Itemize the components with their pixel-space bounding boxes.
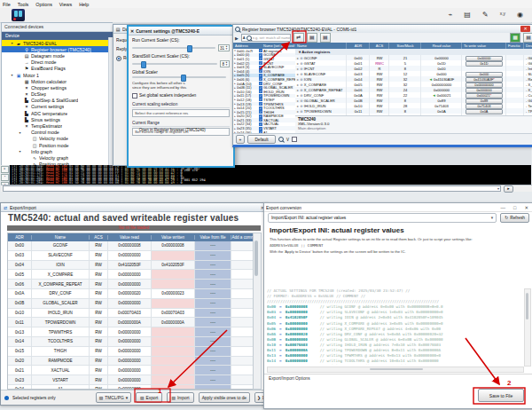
checked-checkbox-icon[interactable]: ✓ (259, 118, 262, 122)
standstill-current-slider[interactable] (132, 63, 217, 65)
tree-item-dcstep[interactable]: ×DcStep (2, 91, 113, 98)
xy-axes-icon[interactable]: x,y (500, 11, 505, 19)
app-connect-icon[interactable] (12, 9, 25, 21)
tree-item-tempestimator[interactable]: ×TempEstimator (2, 122, 113, 129)
current-settings-titlebar[interactable]: ✕ Current settings @TMC5240-E (129, 27, 233, 35)
column-header-name[interactable]: Name (32, 235, 90, 240)
spinner-arrows-icon[interactable]: ▲▼ (225, 45, 228, 50)
value-row-thigh[interactable]: 0x15THIGHRW0x00000000---- (8, 347, 255, 357)
tree-item-chopper-settings[interactable]: ×Chopper settings (2, 84, 113, 91)
default-view-combo[interactable]: Default (247, 135, 276, 144)
export-conversion-titlebar[interactable]: Export conversion — □ ✕ (264, 203, 532, 212)
value-row-ihold_irun[interactable]: 0x10IHOLD_IRUNRW0x00070A030x00070A03---- (8, 309, 255, 319)
slider-handle[interactable] (181, 75, 186, 82)
menu-tools[interactable]: Tools (18, 2, 29, 7)
checked-checkbox-icon[interactable]: ✓ (259, 90, 262, 93)
tree-item-motion-calculator[interactable]: ▦Motion calculator (2, 78, 113, 84)
tree-item-sinus-settings[interactable]: ▙Sinus settings (2, 116, 113, 122)
checked-checkbox-icon[interactable]: ✓ (259, 69, 262, 73)
apply-visible-button[interactable]: Apply visible ones to de (199, 392, 250, 403)
report-page-icon[interactable]: ▤ (523, 33, 532, 43)
import-export-values-icon[interactable]: ⇄ (293, 33, 304, 43)
minimize-icon[interactable]: — (501, 205, 506, 210)
footer-checkbox[interactable] (292, 137, 297, 142)
slider-handle[interactable] (141, 61, 146, 68)
refresh-button[interactable]: ↻Refresh (500, 213, 529, 223)
tree-expander-icon[interactable]: ▾ (18, 149, 22, 154)
value-row-drv_conf[interactable]: 0x0ADRV_CONFRW0x000000200x00000023---- (8, 289, 255, 299)
checked-checkbox-icon[interactable]: ✓ (259, 94, 262, 98)
command-combobox[interactable]: ▾ (3, 185, 501, 192)
tree-item-position-mode[interactable]: ◫Position mode (2, 142, 113, 148)
checked-checkbox-icon[interactable]: ✓ (259, 74, 262, 77)
footer-magnifier-icon[interactable] (278, 137, 284, 142)
new-page-icon[interactable]: ▤ (464, 11, 471, 19)
export-button[interactable]: ▤Export (136, 392, 162, 403)
table-scrollbar[interactable] (253, 233, 262, 390)
eye-icon[interactable]: ◉ (517, 11, 523, 19)
run-current-slider[interactable] (132, 47, 215, 49)
tree-item-register-browser-tmc5240-[interactable]: ⚲Register browser (TMC5240) (2, 46, 113, 52)
excel-export-icon[interactable]: ▦ (510, 33, 520, 43)
tree-item-current-settings[interactable]: ×Current settings (2, 104, 113, 110)
tmcl-log-console[interactable]: [1] 20:30:01.004: Read MC 160 01 50 6D 0… (1, 165, 531, 185)
column-header-adr[interactable]: ADR (8, 235, 32, 240)
copy-page2-icon[interactable]: ▤ (320, 33, 331, 43)
checked-checkbox-icon[interactable]: ✓ (259, 106, 262, 110)
conversion-type-select[interactable]: Import/Export INI: actual register value… (268, 213, 497, 223)
expand-button[interactable]: + (236, 135, 245, 144)
maximize-icon[interactable]: □ (513, 205, 516, 210)
checked-checkbox-icon[interactable]: ✓ (259, 82, 262, 85)
tree-item-evalboard-flags[interactable]: ⚑EvalBoard Flags (2, 66, 113, 72)
pencil-icon[interactable]: ✎ (482, 11, 489, 19)
save-to-file-button[interactable]: Save to File (478, 389, 524, 402)
column-header-adr[interactable]: ADR (347, 43, 370, 49)
checked-checkbox-icon[interactable]: ✓ (259, 49, 262, 52)
value-row-vstart[interactable]: 0x23VSTARTRW0x00000000---- (8, 375, 255, 385)
close-icon[interactable]: ✕ (520, 26, 530, 32)
global-scaler-slider[interactable] (132, 76, 226, 78)
column-header-value-written[interactable]: Value written (152, 235, 195, 240)
column-header-description-s-[interactable]: Description(s) (524, 43, 532, 49)
tree-item-datagram-mode[interactable]: ▤Datagram mode (2, 52, 113, 59)
global-scalers-checkbox[interactable]: Set global scalers independen (132, 93, 230, 99)
tree-item-info-graph[interactable]: ▾Info graph (2, 148, 113, 154)
tree-expander-icon[interactable]: ▾ (10, 41, 14, 45)
log-play-icon[interactable]: ▸ (1, 166, 9, 173)
menu-help[interactable]: Help (79, 2, 89, 7)
close-icon[interactable]: ✕ (524, 205, 528, 210)
checked-checkbox-icon[interactable]: ✓ (259, 127, 262, 130)
copy-page-icon[interactable]: ▤ (307, 33, 317, 43)
export-import-titlebar[interactable]: ⇄ Export/Import ✕ (1, 203, 268, 212)
tmcl-pg-button[interactable]: ▤TMCL/PG▾ (96, 392, 131, 403)
tree-item-adc-temperature[interactable]: ▙ADC temperature (2, 110, 113, 116)
open-register-browser-link[interactable]: → Open in Register browser (TMC5240) (134, 128, 206, 132)
command-send-button[interactable]: ▸ (504, 185, 513, 193)
log-stop-icon[interactable]: ▪ (1, 174, 9, 181)
code-horizontal-scrollbar[interactable] (267, 367, 524, 373)
slider-handle[interactable] (187, 45, 192, 52)
code-vertical-scrollbar[interactable] (524, 288, 531, 367)
tree-expander-icon[interactable]: ▾ (10, 73, 14, 77)
checked-checkbox-icon[interactable]: ✓ (259, 66, 262, 69)
value-row-xactual[interactable]: 0x21XACTUALRW0x00000000---- (8, 366, 255, 375)
column-header-functio[interactable]: Functio (506, 43, 524, 49)
column-header-name[interactable]: Name (295, 43, 347, 49)
checkbox-icon[interactable] (132, 93, 137, 99)
checked-checkbox-icon[interactable]: ✓ (259, 61, 262, 65)
checked-checkbox-icon[interactable]: ✓ (259, 122, 262, 126)
tree-item-motor-1[interactable]: ▾▣Motor 1 (2, 72, 113, 78)
menu-file[interactable]: File (3, 2, 11, 7)
checked-checkbox-icon[interactable]: ✓ (259, 53, 262, 57)
column-header-value-from-file[interactable]: Value from file (195, 235, 231, 240)
value-row-ioin[interactable]: 0x04IOINRW0x4102050F0x4102050F---- (8, 261, 255, 271)
value-row-rampmode[interactable]: 0x20RAMPMODERW0x00000000---- (8, 357, 255, 367)
menu-options[interactable]: Options (35, 2, 52, 7)
value-row-tcoolthrs[interactable]: 0x14TCOOLTHRSRW0x00000000---- (8, 337, 255, 347)
column-header-to-write-value[interactable]: To write value (462, 43, 506, 49)
tree-item-direct-mode[interactable]: →Direct mode (2, 59, 113, 66)
value-row-global_scaler[interactable]: 0x0BGLOBAL_SCALERRW0x00000000---- (8, 299, 255, 309)
column-header-value-read[interactable]: Value read (108, 235, 152, 240)
checked-checkbox-icon[interactable]: ✓ (259, 86, 262, 90)
column-header-size-mask[interactable]: Size/Mask (389, 43, 421, 49)
